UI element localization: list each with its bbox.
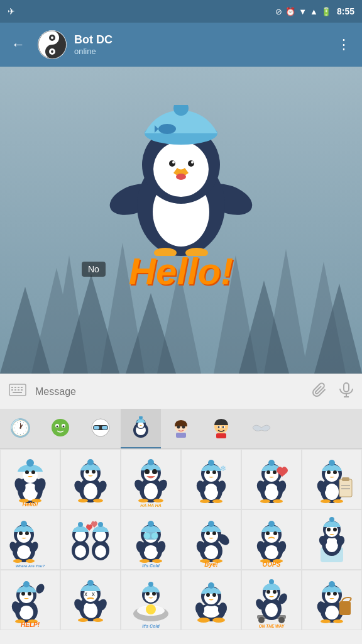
svg-point-34 <box>176 174 186 180</box>
svg-point-54 <box>63 426 65 428</box>
svg-point-124 <box>266 470 270 474</box>
sticker-cell-help[interactable]: HELP! <box>0 570 60 630</box>
svg-point-97 <box>144 483 158 499</box>
svg-point-78 <box>26 459 34 467</box>
svg-point-94 <box>78 499 88 502</box>
sticker-bubble: Hello! <box>87 92 275 306</box>
battery-icon: 🔋 <box>321 7 331 16</box>
status-bar-left: ✈ <box>8 6 15 16</box>
sticker-tab-penguin[interactable] <box>121 409 161 449</box>
svg-point-213 <box>23 581 30 587</box>
sticker-cell-laugh[interactable]: HA HA HA <box>121 449 181 509</box>
svg-point-32 <box>172 161 175 164</box>
svg-point-159 <box>78 522 83 527</box>
sticker-cell-where[interactable]: Where Are You? <box>0 509 60 570</box>
mic-icon[interactable] <box>336 379 357 405</box>
svg-point-108 <box>204 484 218 500</box>
sticker-cell-walk[interactable] <box>60 449 121 509</box>
sticker-cell-cold[interactable]: ❄ <box>181 449 241 509</box>
svg-point-268 <box>333 592 337 596</box>
sticker-cell-bag[interactable] <box>302 570 362 630</box>
svg-rect-45 <box>21 389 23 391</box>
svg-rect-44 <box>18 389 19 391</box>
svg-point-206 <box>333 528 337 531</box>
svg-point-118 <box>212 499 222 503</box>
svg-point-95 <box>93 499 103 502</box>
sticker-cell-egg[interactable]: It's Cold <box>121 570 181 630</box>
signal-icon: ▲ <box>310 7 318 16</box>
sticker-tabs: 🕐 <box>0 409 362 449</box>
svg-point-164 <box>98 522 103 527</box>
svg-point-193 <box>266 531 270 535</box>
svg-point-153 <box>13 559 22 563</box>
wifi-icon: ▼ <box>299 7 307 16</box>
sticker-tab-crayon[interactable] <box>201 409 241 449</box>
svg-point-229 <box>78 618 88 622</box>
svg-point-3 <box>51 36 53 39</box>
header-menu-button[interactable]: ⋮ <box>332 31 356 58</box>
sticker-tab-wings[interactable] <box>241 409 282 449</box>
svg-rect-138 <box>342 477 349 481</box>
sticker-cell-spin[interactable]: x x <box>60 570 121 630</box>
sticker-tab-recent[interactable]: 🕐 <box>0 409 40 449</box>
svg-point-129 <box>273 499 283 503</box>
sticker-tab-green[interactable] <box>40 409 80 449</box>
svg-point-233 <box>146 604 156 614</box>
svg-point-100 <box>148 459 154 465</box>
svg-point-80 <box>31 470 35 474</box>
sticker-egg-label: It's Cold <box>142 624 159 628</box>
svg-point-86 <box>84 483 97 499</box>
keyboard-icon[interactable] <box>5 380 30 403</box>
svg-point-53 <box>57 426 58 428</box>
no-disturb-icon: ⊘ <box>275 7 282 16</box>
svg-point-31 <box>188 160 194 167</box>
svg-rect-58 <box>102 426 107 430</box>
svg-point-79 <box>25 470 29 474</box>
svg-point-135 <box>327 470 331 474</box>
contact-status: online <box>74 47 324 56</box>
svg-point-215 <box>28 592 31 596</box>
sticker-cell-hello[interactable]: Hello! <box>0 449 60 509</box>
svg-point-263 <box>325 606 339 619</box>
sticker-cell-clipboard[interactable] <box>302 449 362 509</box>
svg-point-169 <box>148 521 154 527</box>
sticker-tab-spy[interactable] <box>80 409 121 449</box>
sticker-cell-sit[interactable] <box>181 570 241 630</box>
svg-point-101 <box>145 469 150 474</box>
message-input[interactable] <box>35 386 303 397</box>
svg-rect-67 <box>176 433 186 438</box>
sticker-cell-bye[interactable]: Bye! <box>181 509 241 570</box>
svg-point-192 <box>268 521 275 527</box>
sticker-bye-label: Bye! <box>204 561 218 568</box>
sticker-cell-heart[interactable] <box>241 449 302 509</box>
svg-point-257 <box>269 579 274 584</box>
sticker-cell-oops[interactable]: OOPS <box>241 509 302 570</box>
svg-rect-73 <box>216 433 226 438</box>
svg-point-149 <box>19 531 23 535</box>
svg-point-243 <box>208 582 214 589</box>
svg-point-249 <box>212 618 225 623</box>
svg-rect-47 <box>344 383 349 392</box>
sticker-tab-anime[interactable] <box>161 409 201 449</box>
svg-point-272 <box>333 619 343 623</box>
sticker-cell-ice[interactable] <box>302 509 362 570</box>
sticker-cell-scuba[interactable]: It's Cold <box>121 509 181 570</box>
svg-point-236 <box>148 582 153 587</box>
status-bar: ✈ ⊘ ⏰ ▼ ▲ 🔋 8:55 <box>0 0 362 23</box>
svg-point-205 <box>327 528 331 531</box>
back-button[interactable]: ← <box>6 31 30 58</box>
svg-point-102 <box>152 469 157 474</box>
sticker-laugh-label: HA HA HA <box>140 503 162 508</box>
svg-point-72 <box>222 426 224 428</box>
sticker-help-label: HELP! <box>21 621 40 628</box>
sticker-scuba-label: It's Cold <box>142 564 159 568</box>
sticker-cell-ontheway[interactable]: ON THE WAY <box>241 570 302 630</box>
svg-rect-172 <box>151 533 158 539</box>
svg-rect-41 <box>21 387 23 388</box>
svg-rect-137 <box>339 479 352 497</box>
svg-point-128 <box>260 499 270 503</box>
sticker-cell-love[interactable] <box>60 509 121 570</box>
svg-point-156 <box>75 545 86 558</box>
attach-icon[interactable] <box>308 379 331 405</box>
sticker-hello-label: Hello! <box>22 501 38 508</box>
